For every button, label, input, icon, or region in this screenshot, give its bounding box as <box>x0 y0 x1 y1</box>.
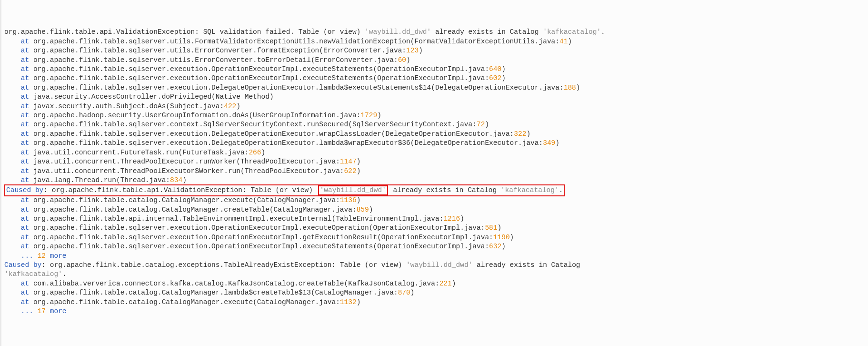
stack-frame: at org.apache.flink.table.sqlserver.util… <box>4 38 572 45</box>
stack-frame: at org.apache.flink.table.sqlserver.exec… <box>4 139 559 147</box>
stack-frame: at java.util.concurrent.FutureTask.run(F… <box>4 149 265 156</box>
stack-frame: at java.lang.Thread.run(Thread.java:834) <box>4 176 187 184</box>
stack-frame: at org.apache.flink.table.sqlserver.exec… <box>4 243 506 250</box>
stack-frame: at java.util.concurrent.ThreadPoolExecut… <box>4 167 360 175</box>
stack-frame: at org.apache.hadoop.security.UserGroupI… <box>4 112 381 119</box>
omitted-frames: ... 17 more <box>4 307 67 315</box>
stack-frame: at org.apache.flink.table.api.internal.T… <box>4 215 464 223</box>
table-name-highlight: 'waybill.dd_dwd' <box>318 185 388 195</box>
stack-frame: at com.alibaba.ververica.connectors.kafk… <box>4 280 456 287</box>
omitted-frames: ... 12 more <box>4 252 67 260</box>
stack-frame: at org.apache.flink.table.sqlserver.exec… <box>4 65 506 73</box>
stack-frame: at org.apache.flink.table.catalog.Catalo… <box>4 196 360 204</box>
stack-frame: at org.apache.flink.table.sqlserver.util… <box>4 56 410 64</box>
stack-frame: at org.apache.flink.table.sqlserver.exec… <box>4 130 530 138</box>
caused-by-highlight: Caused by: org.apache.flink.table.api.Va… <box>4 184 565 196</box>
stack-frame: at org.apache.flink.table.sqlserver.cont… <box>4 121 489 128</box>
stack-frame: at javax.security.auth.Subject.doAs(Subj… <box>4 102 240 110</box>
stacktrace-block: org.apache.flink.table.api.ValidationExc… <box>4 28 868 316</box>
stack-frame: at org.apache.flink.table.catalog.Catalo… <box>4 206 373 214</box>
stack-frame: at java.security.AccessController.doPriv… <box>4 93 274 101</box>
caused-by: Caused by: org.apache.flink.table.catalo… <box>4 261 584 269</box>
exception-header: org.apache.flink.table.api.ValidationExc… <box>4 28 605 36</box>
stack-frame: at org.apache.flink.table.sqlserver.util… <box>4 47 423 54</box>
stack-frame: at org.apache.flink.table.sqlserver.exec… <box>4 84 580 92</box>
stack-frame: at java.util.concurrent.ThreadPoolExecut… <box>4 158 360 165</box>
stack-frame: at org.apache.flink.table.catalog.Catalo… <box>4 298 360 306</box>
stack-frame: at org.apache.flink.table.sqlserver.exec… <box>4 224 501 232</box>
stack-frame: at org.apache.flink.table.sqlserver.exec… <box>4 74 506 82</box>
caused-by-cont: 'kafkacatalog'. <box>4 270 67 278</box>
stack-frame: at org.apache.flink.table.sqlserver.exec… <box>4 234 514 241</box>
stack-frame: at org.apache.flink.table.catalog.Catalo… <box>4 289 414 296</box>
